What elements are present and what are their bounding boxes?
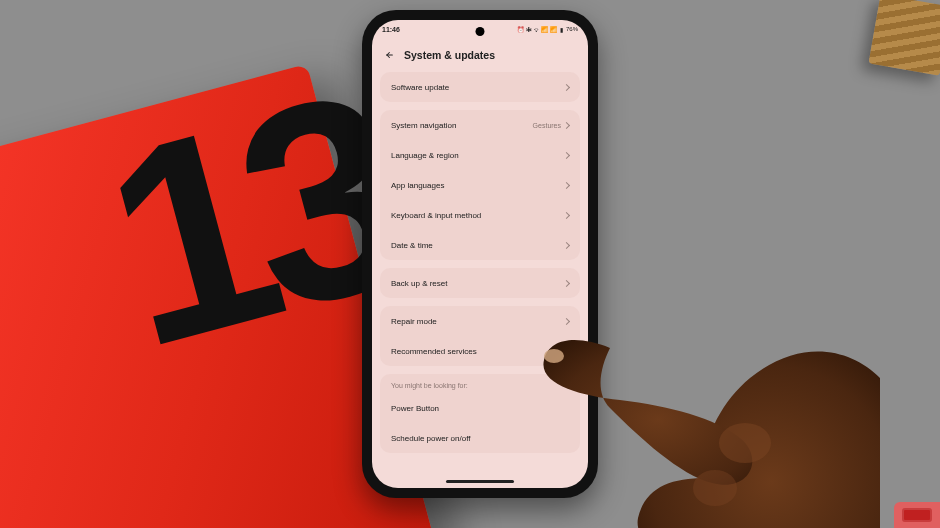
- row-repair-mode[interactable]: Repair mode: [380, 306, 580, 336]
- camera-punch-hole: [476, 27, 485, 36]
- row-label: Software update: [391, 83, 449, 92]
- status-indicators: ⏰ ✱ ᯤ 📶 📶 ▮ 76%: [517, 26, 578, 33]
- chevron-right-icon: [563, 317, 570, 324]
- page-header: System & updates: [372, 38, 588, 72]
- row-recommended-services[interactable]: Recommended services: [380, 336, 580, 366]
- page-title: System & updates: [404, 49, 495, 61]
- status-icons: ⏰ ✱ ᯤ 📶 📶: [517, 26, 557, 33]
- settings-content: Software update System navigation Gestur…: [372, 72, 588, 469]
- row-label: System navigation: [391, 121, 456, 130]
- chevron-right-icon: [563, 241, 570, 248]
- row-right: [564, 349, 569, 354]
- row-label: Keyboard & input method: [391, 211, 481, 220]
- row-right: [564, 85, 569, 90]
- wood-block: [868, 0, 940, 76]
- row-value: Gestures: [533, 122, 561, 129]
- row-backup-reset[interactable]: Back up & reset: [380, 268, 580, 298]
- row-label: Recommended services: [391, 347, 477, 356]
- row-schedule-power[interactable]: Schedule power on/off: [380, 423, 580, 453]
- row-app-languages[interactable]: App languages: [380, 170, 580, 200]
- phone-frame: 11:46 ⏰ ✱ ᯤ 📶 📶 ▮ 76% System & updates: [362, 10, 598, 498]
- suggestions-hint: You might be looking for:: [380, 374, 580, 393]
- settings-group: Software update: [380, 72, 580, 102]
- row-label: Repair mode: [391, 317, 437, 326]
- settings-group: System navigation Gestures Language & re…: [380, 110, 580, 260]
- row-power-button[interactable]: Power Button: [380, 393, 580, 423]
- row-label: Date & time: [391, 241, 433, 250]
- watermark-logo: [894, 502, 940, 528]
- row-date-time[interactable]: Date & time: [380, 230, 580, 260]
- row-label: Back up & reset: [391, 279, 447, 288]
- settings-group-suggestions: You might be looking for: Power Button S…: [380, 374, 580, 453]
- svg-point-1: [719, 423, 771, 463]
- battery-icon: ▮: [560, 26, 563, 33]
- row-right: [564, 153, 569, 158]
- phone-screen: 11:46 ⏰ ✱ ᯤ 📶 📶 ▮ 76% System & updates: [372, 20, 588, 488]
- status-time: 11:46: [382, 26, 400, 33]
- chevron-right-icon: [563, 121, 570, 128]
- row-label: App languages: [391, 181, 444, 190]
- row-label: Schedule power on/off: [391, 434, 470, 443]
- back-arrow-icon[interactable]: [384, 50, 394, 60]
- battery-text: 76%: [566, 26, 578, 32]
- row-software-update[interactable]: Software update: [380, 72, 580, 102]
- settings-group: Repair mode Recommended services: [380, 306, 580, 366]
- row-right: Gestures: [533, 122, 569, 129]
- chevron-right-icon: [563, 83, 570, 90]
- row-keyboard-input[interactable]: Keyboard & input method: [380, 200, 580, 230]
- row-system-navigation[interactable]: System navigation Gestures: [380, 110, 580, 140]
- chevron-right-icon: [563, 151, 570, 158]
- chevron-right-icon: [563, 279, 570, 286]
- row-right: [564, 183, 569, 188]
- row-right: [564, 319, 569, 324]
- settings-group: Back up & reset: [380, 268, 580, 298]
- svg-point-2: [693, 470, 737, 506]
- row-right: [564, 243, 569, 248]
- chevron-right-icon: [563, 181, 570, 188]
- row-right: [564, 213, 569, 218]
- chevron-right-icon: [563, 211, 570, 218]
- chevron-right-icon: [563, 347, 570, 354]
- row-right: [564, 281, 569, 286]
- row-label: Language & region: [391, 151, 459, 160]
- gesture-nav-bar[interactable]: [446, 480, 514, 483]
- row-label: Power Button: [391, 404, 439, 413]
- watermark-inner: [902, 508, 932, 522]
- row-language-region[interactable]: Language & region: [380, 140, 580, 170]
